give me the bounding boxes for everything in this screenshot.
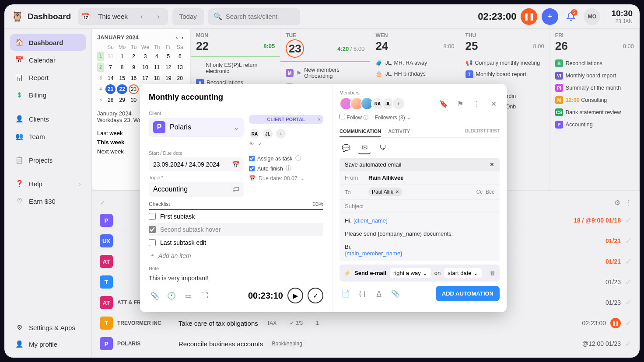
email-icon[interactable]: ✉: [358, 141, 371, 154]
add-member-icon[interactable]: +: [392, 97, 405, 110]
calendar-day[interactable]: 1: [117, 52, 127, 61]
calendar-event[interactable]: M12:00 Consulting: [553, 95, 636, 105]
pause-button[interactable]: ❚❚: [521, 8, 537, 25]
clock-icon[interactable]: 🕐: [165, 289, 178, 302]
calendar-event[interactable]: PAccounting: [553, 119, 636, 130]
remove-icon[interactable]: ×: [396, 189, 399, 195]
calendar-event[interactable]: M⚑New members Onboarding: [284, 66, 366, 80]
follow-checkbox[interactable]: [340, 114, 345, 119]
topic-select[interactable]: Accounting🏷: [149, 182, 244, 197]
task-row[interactable]: CS CYBER SECURITY INC Checking tax balan…: [100, 354, 632, 358]
calendar-day[interactable]: 13: [175, 63, 185, 72]
recipient-chip[interactable]: Paul Allik×: [368, 188, 402, 196]
nav-projects[interactable]: 📋Projects: [10, 152, 86, 168]
calendar-event[interactable]: CSBank statement review: [553, 107, 636, 118]
cc-link[interactable]: Cc: [476, 189, 483, 195]
followers-link[interactable]: Followers (3) ⌄: [374, 115, 411, 121]
close-icon[interactable]: ×: [318, 117, 321, 122]
expand-icon[interactable]: ⛶: [199, 289, 211, 302]
info-icon[interactable]: ⓘ: [286, 165, 291, 172]
calendar-event[interactable]: PISummary of the month: [553, 83, 636, 93]
checklist-item[interactable]: First subtask: [149, 210, 323, 223]
checklist-item[interactable]: Last subtask edit: [149, 236, 323, 249]
calendar-day[interactable]: 12: [163, 63, 173, 72]
complete-icon[interactable]: ✓: [625, 216, 632, 225]
mini-prev[interactable]: ‹: [174, 34, 179, 41]
subject-input[interactable]: Subject: [345, 203, 364, 209]
check-icon[interactable]: ✓: [258, 141, 262, 147]
calendar-day[interactable]: 23: [129, 84, 139, 94]
calendar-day[interactable]: 31: [105, 52, 116, 61]
attach-icon[interactable]: 📎: [149, 289, 161, 302]
task-row[interactable]: P POLARIS Reconcile business accounts Bo…: [100, 334, 632, 354]
filter-icon[interactable]: ⚙: [614, 198, 620, 207]
play-button[interactable]: ▶: [287, 288, 303, 303]
next-week-button[interactable]: ›: [152, 10, 164, 23]
nav-settings[interactable]: ⚙Settings & Apps: [10, 319, 86, 336]
calendar-day[interactable]: 14: [105, 73, 116, 83]
calendar-event[interactable]: NI only ES(P)L return electronic: [194, 61, 276, 76]
delete-icon[interactable]: 🗑: [490, 270, 495, 276]
task-row[interactable]: T TREVORMER INC Take care of tax obligat…: [100, 313, 632, 334]
calendar-day[interactable]: 29: [117, 95, 127, 105]
calendar-day[interactable]: 2: [129, 52, 139, 61]
complete-icon[interactable]: ✓: [625, 298, 632, 307]
calendar-event[interactable]: VIMonthly board report: [553, 70, 636, 81]
calendar-day[interactable]: 22: [117, 84, 127, 94]
tab-activity[interactable]: ACTIVITY: [388, 126, 410, 137]
calendar-day[interactable]: 9: [129, 63, 139, 72]
search-input[interactable]: [226, 13, 295, 20]
nav-dashboard[interactable]: 🏠Dashboard: [10, 34, 86, 51]
complete-button[interactable]: ✓: [308, 288, 323, 303]
today-button[interactable]: Today: [172, 8, 204, 25]
calendar-event[interactable]: 🎂JL, HH birthdays: [374, 69, 456, 78]
info-icon[interactable]: ⓘ: [363, 115, 368, 121]
calendar-day[interactable]: 5: [163, 52, 173, 61]
complete-icon[interactable]: ✓: [625, 257, 632, 266]
date-input[interactable]: 23.09.2024 / 24.09.2024📅: [149, 157, 244, 171]
calendar-day[interactable]: 19: [163, 73, 173, 83]
flag-icon[interactable]: ⚑: [454, 100, 466, 108]
search-box[interactable]: 🔍: [208, 8, 300, 25]
calendar-day[interactable]: 4: [152, 52, 162, 61]
add-button[interactable]: ＋: [542, 8, 558, 25]
when-select[interactable]: right a way ⌄: [390, 268, 431, 278]
more-icon[interactable]: ⋮: [625, 198, 632, 207]
comment-icon[interactable]: 💬: [340, 141, 353, 154]
checklist-item[interactable]: Second subtask hover: [149, 223, 323, 236]
add-automation-button[interactable]: ADD AUTOMATION: [436, 286, 500, 301]
text-style-icon[interactable]: A: [373, 288, 385, 300]
note-text[interactable]: This is very important!: [149, 275, 323, 282]
calendar-event[interactable]: BReconciliations: [553, 58, 636, 69]
nav-profile[interactable]: 👤My profile: [10, 336, 86, 352]
client-portal-chip[interactable]: CLIENT PORTAL×: [249, 115, 323, 124]
notifications-button[interactable]: 2: [563, 8, 579, 25]
prev-week-button[interactable]: ‹: [136, 10, 148, 23]
add-assignee-icon[interactable]: +: [275, 128, 287, 139]
calendar-day[interactable]: 18: [152, 73, 162, 83]
nav-billing[interactable]: ＄Billing: [10, 87, 86, 104]
auto-finish-checkbox[interactable]: [249, 166, 255, 171]
calendar-day[interactable]: 3: [140, 52, 150, 61]
user-avatar[interactable]: MO: [584, 8, 600, 25]
close-email-icon[interactable]: ✕: [490, 161, 494, 168]
close-modal-icon[interactable]: ✕: [487, 100, 500, 108]
doc-icon[interactable]: 📄: [340, 288, 352, 300]
calendar-day[interactable]: 16: [129, 73, 139, 83]
calendar-day[interactable]: 30: [129, 95, 139, 105]
calendar-event[interactable]: 🧳JL, MR, RA away: [374, 58, 456, 67]
tab-communication[interactable]: COMMUNICATION: [340, 126, 381, 137]
complete-icon[interactable]: ✓: [625, 277, 632, 287]
attach-icon[interactable]: 📎: [389, 288, 402, 300]
week-picker[interactable]: 📅 This week ‹ ›: [78, 8, 168, 25]
calendar-day[interactable]: 21: [105, 84, 116, 94]
bookmark-icon[interactable]: 🔖: [438, 100, 450, 108]
nav-earn[interactable]: ♡Earn $30: [10, 193, 86, 209]
calendar-day[interactable]: 8: [117, 63, 127, 72]
info-icon[interactable]: ⓘ: [295, 155, 301, 162]
client-select[interactable]: PPolaris⌄: [149, 118, 244, 137]
calendar-day[interactable]: 15: [117, 73, 127, 83]
nav-calendar[interactable]: 📅Calendar: [10, 52, 86, 68]
calendar-day[interactable]: 11: [152, 63, 162, 72]
calendar-day[interactable]: 7: [105, 63, 116, 72]
